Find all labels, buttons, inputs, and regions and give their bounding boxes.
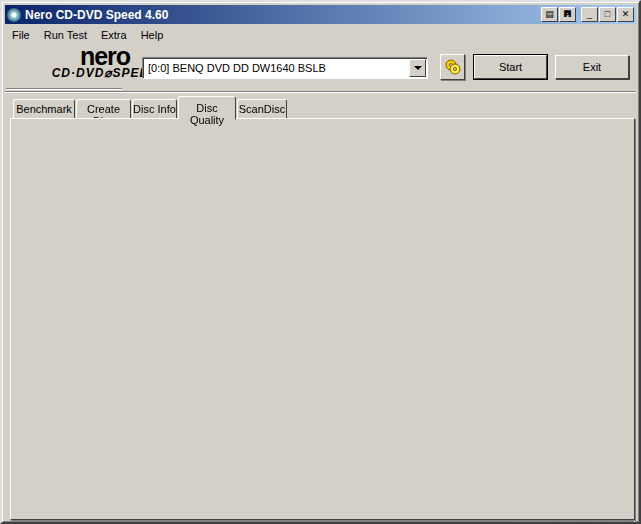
drive-select-value: [0:0] BENQ DVD DD DW1640 BSLB: [143, 62, 409, 74]
disc-info-button[interactable]: [440, 54, 465, 80]
tab-disc-quality[interactable]: Disc Quality: [178, 96, 236, 120]
chevron-down-icon: [414, 66, 422, 70]
app-window: Nero CD-DVD Speed 4.60 ▤ 🖪 _ □ ✕ File Ru…: [0, 0, 641, 524]
menu-file[interactable]: File: [5, 27, 37, 43]
exit-button[interactable]: Exit: [555, 55, 629, 79]
app-icon: [7, 8, 21, 22]
tab-create-disc[interactable]: Create Disc: [76, 99, 131, 119]
drive-select-arrow[interactable]: [409, 59, 426, 77]
minimize-button[interactable]: _: [581, 7, 598, 22]
toolbar-separator: [5, 91, 636, 93]
tab-benchmark[interactable]: Benchmark: [13, 99, 75, 119]
save-icon[interactable]: 🖪: [559, 7, 576, 22]
tab-scandisc[interactable]: ScanDisc: [237, 99, 287, 119]
menu-run-test[interactable]: Run Test: [37, 27, 94, 43]
tab-page: [10, 118, 635, 520]
drive-select[interactable]: [0:0] BENQ DVD DD DW1640 BSLB: [142, 57, 428, 79]
discs-icon: [444, 58, 462, 76]
report-icon[interactable]: ▤: [541, 7, 558, 22]
window-title: Nero CD-DVD Speed 4.60: [25, 8, 540, 22]
close-button[interactable]: ✕: [617, 7, 634, 22]
tab-disc-info[interactable]: Disc Info: [132, 99, 177, 119]
title-bar: Nero CD-DVD Speed 4.60 ▤ 🖪 _ □ ✕: [5, 5, 636, 24]
logo-underline: [6, 88, 122, 90]
start-button[interactable]: Start: [474, 55, 547, 79]
maximize-button[interactable]: □: [599, 7, 616, 22]
menu-help[interactable]: Help: [134, 27, 171, 43]
menu-extra[interactable]: Extra: [94, 27, 134, 43]
